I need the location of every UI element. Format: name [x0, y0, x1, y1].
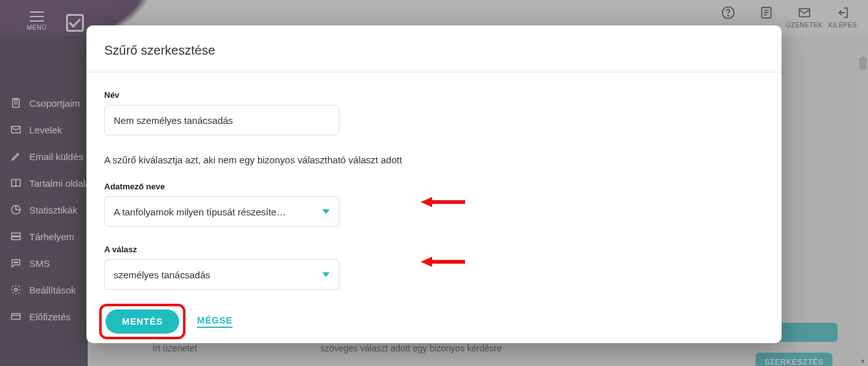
filter-description: A szűrő kiválasztja azt, aki nem egy biz…: [104, 154, 764, 165]
save-button[interactable]: MENTÉS: [105, 309, 179, 334]
chevron-down-icon: [322, 273, 330, 277]
save-highlight-box: MENTÉS: [99, 304, 186, 339]
name-input[interactable]: Nem személyes tanácsadás: [104, 105, 339, 135]
cancel-button[interactable]: MÉGSE: [197, 315, 233, 328]
chevron-down-icon: [322, 210, 330, 214]
field-name-label: Adatmező neve: [104, 182, 764, 191]
modal-footer: MENTÉS MÉGSE: [86, 296, 782, 343]
answer-label: A válasz: [104, 245, 764, 254]
name-label: Név: [104, 90, 764, 100]
filter-edit-modal: Szűrő szerkesztése Név Nem személyes tan…: [86, 25, 782, 343]
modal-title: Szűrő szerkesztése: [86, 25, 782, 72]
answer-select[interactable]: személyes tanácsadás: [104, 259, 339, 290]
modal-body: Név Nem személyes tanácsadás A szűrő kiv…: [86, 72, 782, 290]
field-name-select[interactable]: A tanfolyamok milyen típusát részesíte…: [104, 196, 339, 227]
